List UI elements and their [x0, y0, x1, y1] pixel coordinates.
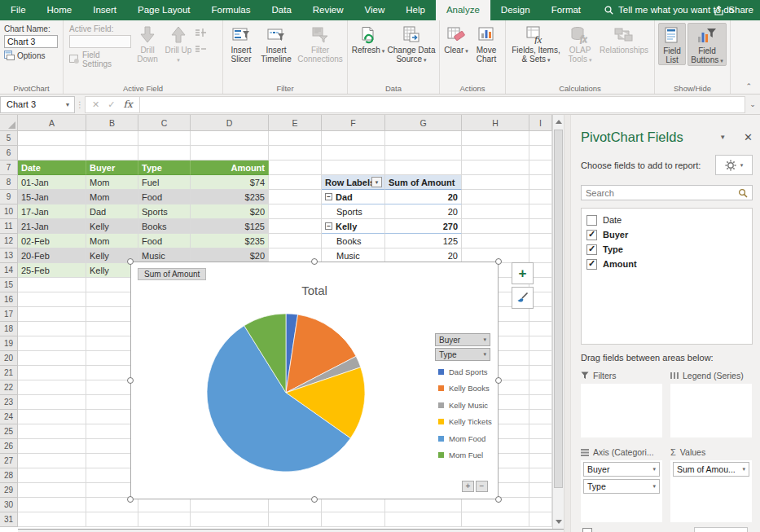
values-field-sum-of-amou[interactable]: Sum of Amou...▾ — [673, 462, 749, 477]
column-header-h[interactable]: H — [462, 115, 529, 131]
cell-G9[interactable]: 20 — [385, 190, 462, 204]
field-buttons-button[interactable]: Field Buttons ▾ — [688, 23, 727, 66]
cell-A6[interactable] — [18, 146, 86, 160]
field-item-type[interactable]: Type — [586, 242, 752, 257]
cell-I24[interactable] — [529, 410, 552, 424]
cell-B9[interactable]: Mom — [86, 190, 138, 204]
cell-A13[interactable]: 20-Feb — [18, 248, 86, 263]
cell-A18[interactable] — [18, 322, 86, 336]
row-header-14[interactable]: 14 — [0, 263, 18, 278]
cell-D8[interactable]: $74 — [191, 175, 269, 190]
cell-I30[interactable] — [529, 498, 552, 512]
tab-design[interactable]: Design — [490, 0, 541, 20]
filters-area[interactable]: Filters — [581, 369, 662, 437]
formula-input[interactable] — [140, 96, 745, 113]
cell-D12[interactable]: $235 — [191, 234, 269, 248]
fields-items-sets-button[interactable]: fxFields, Items, & Sets ▾ — [509, 23, 563, 64]
cell-D9[interactable]: $235 — [191, 190, 269, 204]
cell-A12[interactable]: 02-Feb — [18, 234, 86, 248]
cell-F8[interactable]: Row Labels▼ — [322, 175, 385, 190]
pane-options-dropdown-icon[interactable]: ▼ — [719, 134, 726, 141]
cell-F6[interactable] — [322, 146, 385, 160]
type-field-button[interactable]: Type▾ — [435, 348, 490, 361]
column-header-d[interactable]: D — [191, 115, 269, 131]
row-header-26[interactable]: 26 — [0, 439, 18, 454]
collapse-icon[interactable]: − — [325, 193, 332, 200]
cell-I5[interactable] — [529, 131, 552, 146]
values-area[interactable]: Σ Values Sum of Amou...▾ — [670, 446, 752, 522]
cell-A23[interactable] — [18, 395, 86, 410]
column-header-e[interactable]: E — [269, 115, 322, 131]
column-header-a[interactable]: A — [18, 115, 86, 131]
refresh-button[interactable]: Refresh ▾ — [351, 23, 385, 55]
cell-D5[interactable] — [191, 131, 269, 146]
legend-area[interactable]: Legend (Series) — [670, 369, 752, 437]
column-header-i[interactable]: I — [529, 115, 552, 131]
cell-B6[interactable] — [86, 146, 138, 160]
tab-review[interactable]: Review — [302, 0, 354, 20]
cell-F9[interactable]: −Dad — [322, 190, 385, 204]
cell-A30[interactable] — [18, 498, 86, 512]
cell-I18[interactable] — [529, 322, 552, 336]
tab-insert[interactable]: Insert — [82, 0, 127, 20]
cell-B12[interactable]: Mom — [86, 234, 138, 248]
row-header-20[interactable]: 20 — [0, 351, 18, 366]
clear-button[interactable]: Clear ▾ — [443, 23, 469, 55]
legend-item-mom-food[interactable]: Mom Food — [438, 430, 492, 447]
row-header-13[interactable]: 13 — [0, 248, 18, 263]
column-header-c[interactable]: C — [138, 115, 191, 131]
cell-H12[interactable] — [462, 234, 529, 248]
chart-name-input[interactable]: Chart 3 — [4, 35, 58, 48]
cell-C11[interactable]: Books — [138, 219, 191, 234]
row-header-22[interactable]: 22 — [0, 380, 18, 395]
cell-F10[interactable]: Sports — [322, 204, 385, 219]
scroll-down-arrow[interactable] — [553, 515, 564, 529]
cell-I11[interactable] — [529, 219, 552, 234]
cell-A28[interactable] — [18, 468, 86, 483]
cell-I23[interactable] — [529, 395, 552, 410]
cell-G8[interactable]: Sum of Amount — [385, 175, 462, 190]
cell-A29[interactable] — [18, 483, 86, 498]
insert-timeline-button[interactable]: Insert Timeline — [257, 23, 295, 64]
cell-H8[interactable] — [462, 175, 529, 190]
cell-A25[interactable] — [18, 424, 86, 439]
row-header-8[interactable]: 8 — [0, 175, 18, 190]
cell-A27[interactable] — [18, 454, 86, 468]
chart-resize-handle[interactable] — [495, 377, 502, 384]
cell-C10[interactable]: Sports — [138, 204, 191, 219]
cell-G6[interactable] — [385, 146, 462, 160]
cell-I10[interactable] — [529, 204, 552, 219]
cell-E5[interactable] — [269, 131, 322, 146]
chart-zoom-in-button[interactable]: + — [462, 481, 474, 492]
cell-E31[interactable] — [269, 512, 322, 527]
tab-analyze[interactable]: Analyze — [436, 0, 490, 20]
defer-layout-update-checkbox[interactable] — [582, 528, 592, 532]
cell-B31[interactable] — [86, 512, 138, 527]
change-data-source-button[interactable]: Change Data Source ▾ — [387, 23, 436, 64]
tab-help[interactable]: Help — [395, 0, 436, 20]
cell-A31[interactable] — [18, 512, 86, 527]
cell-H6[interactable] — [462, 146, 529, 160]
cell-C9[interactable]: Food — [138, 190, 191, 204]
chart-zoom-out-button[interactable]: − — [476, 481, 488, 492]
cell-A24[interactable] — [18, 410, 86, 424]
cell-G5[interactable] — [385, 131, 462, 146]
row-header-27[interactable]: 27 — [0, 454, 18, 468]
cell-A20[interactable] — [18, 351, 86, 366]
tab-formulas[interactable]: Formulas — [201, 0, 261, 20]
axis-field-type[interactable]: Type▾ — [583, 479, 660, 494]
row-header-17[interactable]: 17 — [0, 307, 18, 322]
cell-C6[interactable] — [138, 146, 191, 160]
cell-A7[interactable]: Date — [18, 160, 86, 175]
pane-close-icon[interactable]: ✕ — [744, 131, 753, 143]
collapse-ribbon-icon[interactable]: ⌃ — [745, 82, 752, 90]
collapse-icon[interactable]: − — [325, 222, 332, 230]
row-header-24[interactable]: 24 — [0, 410, 18, 424]
row-header-29[interactable]: 29 — [0, 483, 18, 498]
tools-button[interactable]: ▾ — [715, 155, 753, 175]
cell-D10[interactable]: $20 — [191, 204, 269, 219]
cell-E8[interactable] — [269, 175, 322, 190]
scrollbar-thumb[interactable] — [554, 130, 563, 488]
cell-H9[interactable] — [462, 190, 529, 204]
legend-item-kelly-music[interactable]: Kelly Music — [438, 397, 492, 414]
